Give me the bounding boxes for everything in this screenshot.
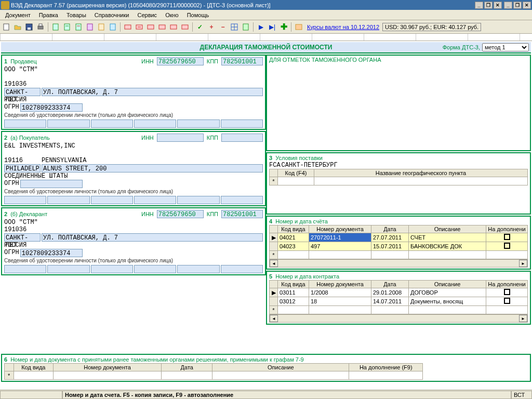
buyer-addr-field[interactable]: ALNUS STREET, 200 bbox=[42, 164, 263, 172]
mdi-close-button[interactable]: ✕ bbox=[494, 2, 502, 9]
seller-ogrn-field[interactable]: 1027809233374 bbox=[20, 103, 83, 112]
menu-goods[interactable]: Товары bbox=[62, 11, 90, 19]
earlier-docs-table[interactable]: Код вида Номер документа Дата Описание Н… bbox=[4, 363, 423, 380]
buyer-id3[interactable] bbox=[91, 196, 133, 204]
buyer-id1[interactable] bbox=[4, 196, 46, 204]
menu-service[interactable]: Сервис bbox=[133, 11, 161, 19]
tb-doc5-icon[interactable] bbox=[96, 22, 107, 32]
declarant-city-field[interactable]: САНКТ-ПЕТ bbox=[4, 233, 41, 242]
buyer-id5[interactable] bbox=[177, 196, 219, 204]
tb-add-icon[interactable]: ✚ bbox=[278, 22, 289, 32]
checkbox[interactable] bbox=[504, 234, 510, 240]
seller-kpp-field[interactable]: 782501001 bbox=[221, 57, 263, 65]
seller-inn-field[interactable]: 7825679650 bbox=[157, 57, 204, 65]
tb-plus-icon[interactable]: + bbox=[206, 22, 217, 32]
seller-id4[interactable] bbox=[134, 119, 176, 128]
table-row[interactable]: 03012 18 14.07.2011 Документы, вносящ bbox=[270, 297, 528, 306]
tb-red2-icon[interactable] bbox=[134, 22, 144, 32]
tb-doc3-icon[interactable] bbox=[73, 22, 84, 32]
menu-help[interactable]: Помощь bbox=[183, 11, 214, 19]
scroll-right-icon[interactable]: ► bbox=[519, 260, 527, 267]
tb-end-icon[interactable]: ▶| bbox=[267, 22, 277, 32]
new-row-icon[interactable]: * bbox=[5, 371, 14, 380]
invoice-scrollbar[interactable]: ◄ ► bbox=[269, 259, 528, 268]
mdi-restore-button[interactable]: ❐ bbox=[484, 2, 493, 9]
delivery-table[interactable]: Код (F4) Название географического пункта… bbox=[269, 169, 528, 185]
table-row[interactable]: ▶ 04021 27072011-1 27.07.2011 СЧЕТ bbox=[270, 233, 528, 242]
buyer-id6[interactable] bbox=[221, 196, 263, 204]
checkbox[interactable] bbox=[504, 298, 510, 304]
menu-window[interactable]: Окно bbox=[161, 11, 183, 19]
declarant-id4[interactable] bbox=[134, 265, 176, 273]
tb-save-icon[interactable] bbox=[24, 22, 34, 32]
seller-id3[interactable] bbox=[91, 119, 133, 128]
declarant-id5[interactable] bbox=[177, 265, 219, 273]
table-row[interactable]: ▶ 03011 1/2008 29.01.2008 ДОГОВОР bbox=[270, 288, 528, 297]
declarant-id2[interactable] bbox=[47, 265, 89, 273]
declarant-id6[interactable] bbox=[221, 265, 263, 273]
new-row-icon[interactable]: * bbox=[270, 306, 278, 314]
buyer-inn-field[interactable] bbox=[157, 134, 204, 142]
tb-doc1-icon[interactable] bbox=[50, 22, 61, 32]
app-icon bbox=[1, 1, 9, 9]
tb-doc4-icon[interactable] bbox=[85, 22, 95, 32]
declarant-kpp-label: КПП bbox=[207, 211, 218, 217]
checkbox[interactable] bbox=[504, 289, 510, 295]
tb-play-icon[interactable]: ▶ bbox=[256, 22, 266, 32]
buyer-ogrn-field[interactable] bbox=[20, 180, 83, 188]
tb-red1-icon[interactable] bbox=[123, 22, 133, 32]
new-row-icon[interactable]: * bbox=[270, 177, 278, 185]
declarant-addr-field[interactable]: УЛ. ПОЛТАВСКАЯ, Д. 7 bbox=[42, 233, 263, 242]
scroll-left-icon[interactable]: ◄ bbox=[270, 260, 278, 267]
tb-red3-icon[interactable] bbox=[145, 22, 156, 32]
tb-new-icon[interactable] bbox=[1, 22, 11, 32]
seller-addr-field[interactable]: УЛ. ПОЛТАВСКАЯ, Д. 7 bbox=[42, 88, 263, 96]
checkbox[interactable] bbox=[504, 243, 510, 249]
seller-country: РОССИЯ bbox=[4, 96, 263, 103]
tb-doc2-icon[interactable] bbox=[62, 22, 72, 32]
tb-doc6-icon[interactable] bbox=[108, 22, 118, 32]
declarant-kpp-field[interactable]: 782501001 bbox=[221, 210, 263, 218]
scroll-left-icon[interactable]: ◄ bbox=[270, 315, 278, 322]
declarant-inn-field[interactable]: 7825679650 bbox=[157, 210, 204, 218]
tb-red6-icon[interactable] bbox=[180, 22, 190, 32]
declarant-id3[interactable] bbox=[91, 265, 133, 273]
seller-id2[interactable] bbox=[47, 119, 89, 128]
contract-table[interactable]: Код вида Номер документа Дата Описание Н… bbox=[269, 280, 528, 314]
seller-id1[interactable] bbox=[4, 119, 46, 128]
declarant-id1[interactable] bbox=[4, 265, 46, 273]
tb-doc-green-icon[interactable] bbox=[241, 22, 251, 32]
buyer-id2[interactable] bbox=[47, 196, 89, 204]
tb-minus-icon[interactable]: − bbox=[218, 22, 228, 32]
table-row[interactable]: 04023 497 15.07.2011 БАНКОВСКИЕ ДОК bbox=[270, 242, 528, 251]
tb-print-icon[interactable] bbox=[35, 22, 46, 32]
declarant-num: 2 bbox=[4, 211, 7, 217]
declarant-ogrn-field[interactable]: 1027809233374 bbox=[20, 249, 83, 257]
menu-document[interactable]: Документ bbox=[1, 11, 35, 19]
tb-open-icon[interactable] bbox=[12, 22, 23, 32]
menu-edit[interactable]: Правка bbox=[35, 11, 62, 19]
seller-id6[interactable] bbox=[221, 119, 263, 128]
form-method-select[interactable]: метод 1 bbox=[482, 43, 529, 51]
buyer-id4[interactable] bbox=[134, 196, 176, 204]
tb-app-icon[interactable] bbox=[294, 22, 304, 32]
seller-city-field[interactable]: САНКТ-ПЕТ bbox=[4, 88, 41, 96]
invoice-table[interactable]: Код вида Номер документа Дата Описание Н… bbox=[269, 225, 528, 259]
tb-grid-icon[interactable] bbox=[229, 22, 240, 32]
win-minimize-button[interactable]: _ bbox=[504, 2, 512, 9]
tb-rates-link[interactable]: Курсы валют на 10.12.2012 bbox=[307, 24, 379, 30]
buyer-kpp-field[interactable] bbox=[221, 134, 263, 142]
tb-red4-icon[interactable] bbox=[157, 22, 167, 32]
menu-dicts[interactable]: Справочники bbox=[90, 11, 134, 19]
buyer-num: 2 bbox=[4, 135, 7, 141]
mdi-minimize-button[interactable]: _ bbox=[475, 2, 483, 9]
seller-id5[interactable] bbox=[177, 119, 219, 128]
new-row-icon[interactable]: * bbox=[270, 251, 278, 259]
win-restore-button[interactable]: ❐ bbox=[513, 2, 522, 9]
contract-scrollbar[interactable]: ◄ ► bbox=[269, 314, 528, 323]
scroll-right-icon[interactable]: ► bbox=[519, 315, 527, 322]
win-close-button[interactable]: ✕ bbox=[523, 2, 531, 9]
buyer-city-field[interactable]: PHILADELP bbox=[4, 164, 41, 172]
tb-red5-icon[interactable] bbox=[168, 22, 179, 32]
tb-check-icon[interactable]: ✓ bbox=[195, 22, 205, 32]
